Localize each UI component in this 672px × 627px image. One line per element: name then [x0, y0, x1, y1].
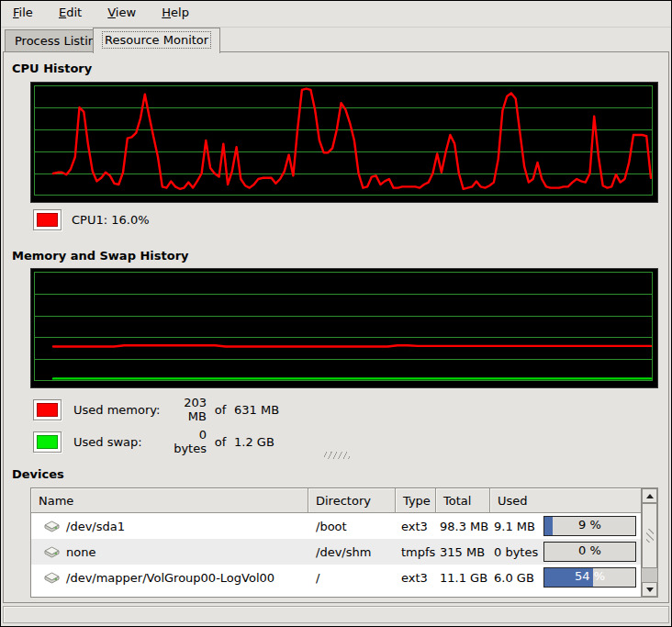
scrollbar-trough[interactable]	[642, 568, 657, 582]
menu-view-mnemonic: V	[107, 6, 116, 19]
harddisk-icon	[43, 545, 61, 558]
status-bar	[3, 606, 669, 623]
table-row[interactable]: /dev/sda1 /boot ext3 98.3 MB 9.1 MB 9 %	[31, 513, 641, 539]
device-type: tmpfs	[396, 545, 436, 559]
cpu1-usage-label: CPU1: 16.0%	[72, 213, 150, 227]
usage-percent-label: 54 %	[544, 569, 635, 583]
used-memory-label: Used memory:	[73, 403, 162, 417]
cpu-history-chart	[30, 82, 658, 203]
cpu-legend: CPU1: 16.0%	[33, 209, 150, 230]
cpu-history-plot	[31, 83, 655, 200]
memory-swap-plot	[31, 269, 655, 386]
column-header-directory[interactable]: Directory	[308, 488, 396, 512]
total-swap-value: 1.2 GB	[234, 435, 274, 449]
scroll-down-button[interactable]	[642, 582, 657, 597]
arrow-down-icon	[646, 588, 654, 592]
harddisk-icon	[43, 520, 61, 532]
used-swap-label: Used swap:	[73, 435, 162, 449]
usage-progress-bar: 0 %	[543, 542, 636, 562]
used-memory-value: 203 MB	[162, 396, 207, 423]
device-directory: /dev/shm	[308, 545, 396, 559]
menu-bar: File Edit View Help	[1, 1, 671, 28]
devices-table: Name Directory Type Total Used /dev/sda1	[30, 487, 658, 598]
scrollbar-thumb[interactable]	[642, 503, 657, 568]
device-directory: /	[308, 571, 396, 585]
total-memory-value: 631 MB	[234, 403, 279, 417]
pane-resize-grip[interactable]	[324, 452, 350, 459]
scrollbar-grip-icon	[646, 529, 654, 543]
usage-progress-bar: 54 %	[543, 567, 636, 588]
arrow-up-icon	[646, 494, 654, 498]
cpu1-color-swatch	[37, 213, 58, 227]
usage-percent-label: 9 %	[544, 518, 635, 532]
devices-table-body: /dev/sda1 /boot ext3 98.3 MB 9.1 MB 9 %	[31, 513, 641, 597]
column-header-type[interactable]: Type	[396, 488, 436, 512]
device-total: 315 MB	[436, 545, 490, 559]
device-name: /dev/mapper/VolGroup00-LogVol00	[66, 571, 274, 585]
device-used: 0 bytes	[494, 545, 538, 559]
column-header-total[interactable]: Total	[436, 488, 490, 512]
device-used: 9.1 MB	[494, 520, 535, 533]
tab-resource-monitor-label: Resource Monitor	[103, 32, 210, 48]
used-memory-color-button[interactable]	[33, 399, 62, 420]
scroll-up-button[interactable]	[642, 488, 657, 503]
used-memory-legend: Used memory: 203 MB of 631 MB	[33, 396, 279, 423]
table-row[interactable]: /dev/mapper/VolGroup00-LogVol00 / ext3 1…	[31, 565, 641, 590]
menu-help-label: elp	[171, 6, 189, 19]
menu-file[interactable]: File	[3, 1, 43, 24]
menu-view-label: iew	[116, 6, 136, 19]
column-header-used[interactable]: Used	[490, 488, 641, 512]
used-swap-of: of	[207, 435, 234, 449]
used-memory-color-swatch	[37, 403, 58, 417]
used-swap-color-button[interactable]	[33, 431, 62, 453]
vertical-scrollbar[interactable]	[641, 488, 657, 597]
used-swap-color-swatch	[37, 435, 58, 449]
memory-swap-chart	[30, 268, 658, 388]
device-used: 6.0 GB	[494, 571, 534, 585]
device-directory: /boot	[308, 520, 396, 533]
menu-edit[interactable]: Edit	[49, 1, 92, 24]
usage-progress-bar: 9 %	[543, 516, 636, 536]
usage-percent-label: 0 %	[544, 543, 635, 557]
harddisk-icon	[43, 571, 61, 584]
device-type: ext3	[396, 520, 436, 533]
used-swap-legend: Used swap: 0 bytes of 1.2 GB	[33, 428, 274, 455]
device-name: /dev/sda1	[66, 520, 125, 533]
device-type: ext3	[396, 571, 436, 585]
column-header-name[interactable]: Name	[31, 488, 308, 512]
memory-swap-title: Memory and Swap History	[12, 249, 189, 263]
table-row[interactable]: none /dev/shm tmpfs 315 MB 0 bytes 0 %	[31, 539, 641, 565]
menu-view[interactable]: View	[97, 1, 146, 24]
devices-title: Devices	[12, 467, 64, 481]
menu-help[interactable]: Help	[151, 1, 199, 24]
menu-edit-mnemonic: E	[59, 6, 66, 19]
system-monitor-window: File Edit View Help Process Listing Reso…	[0, 0, 672, 627]
menu-help-mnemonic: H	[162, 6, 171, 19]
menu-file-label: ile	[19, 6, 33, 19]
used-swap-value: 0 bytes	[162, 428, 207, 455]
cpu1-color-button[interactable]	[33, 209, 62, 230]
device-name: none	[66, 545, 95, 559]
device-total: 98.3 MB	[436, 520, 490, 533]
cpu-history-title: CPU History	[12, 62, 92, 75]
menu-edit-label: dit	[66, 6, 82, 19]
device-total: 11.1 GB	[436, 571, 490, 585]
devices-table-header: Name Directory Type Total Used	[31, 488, 641, 513]
used-memory-of: of	[207, 403, 234, 417]
tab-resource-monitor[interactable]: Resource Monitor	[93, 28, 220, 53]
